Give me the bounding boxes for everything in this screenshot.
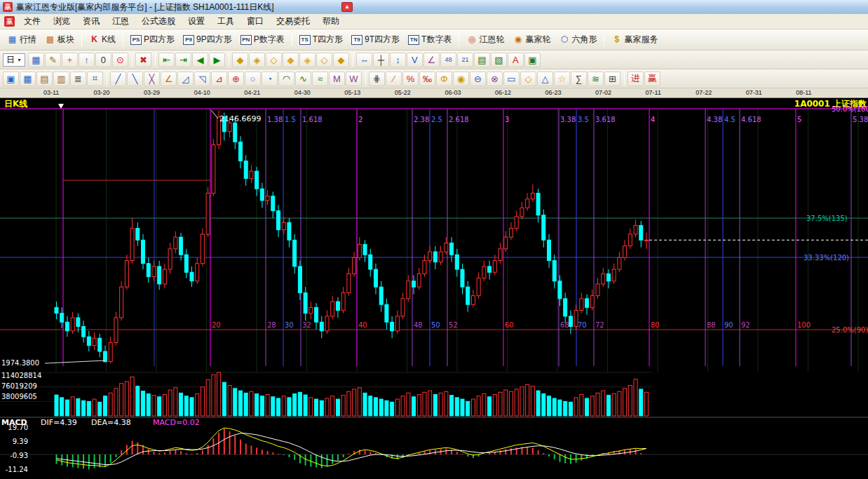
up-arrow-button[interactable]: ↑ [79,53,95,67]
triple-wave-button[interactable]: ≋ [588,72,604,86]
trendline-up-button[interactable]: ╱ [110,72,126,86]
hash-grid-button[interactable]: ⌗ [87,72,103,86]
number-21-button[interactable]: 21 [457,53,473,67]
zero-base-button[interactable]: 0 [95,53,111,67]
m-wave-button[interactable]: M [329,72,345,86]
next-bar-button[interactable]: ▶ [209,53,225,67]
golden-phi-button[interactable]: Φ [436,72,452,86]
toolbar-9p-square-button[interactable]: P99P四方形 [179,32,236,48]
value-line-button[interactable]: V [407,53,423,67]
circle-cross-button[interactable]: ⊕ [228,72,244,86]
gann-square-button[interactable]: ◇ [266,53,282,67]
column-lines-button[interactable]: ▥ [53,72,69,86]
delta-tool-button[interactable]: ⊿ [211,72,227,86]
gann-grid-button[interactable]: ◈ [249,53,265,67]
delete-drawing-button[interactable]: ✖ [135,53,151,67]
pattern-view-button[interactable]: ▧ [491,53,507,67]
toolbar-gann-wheel-button[interactable]: ◎江恩轮 [462,32,508,48]
toolbar-separator [107,72,107,85]
menu-item-帮助[interactable]: 帮助 [316,13,346,29]
fib-lines-button[interactable]: ⋕ [369,72,385,86]
update-alert-icon[interactable]: ▲ [341,2,353,12]
text-label-button[interactable]: A [508,53,524,67]
p-square-label: P四方形 [144,34,175,46]
cross-lines-button[interactable]: ╳ [144,72,160,86]
fit-width-button[interactable]: ⇔ [356,53,372,67]
menu-item-文件[interactable]: 文件 [18,13,47,29]
last-bar-button[interactable]: ⇥ [175,53,191,67]
target-point-button[interactable]: ⊙ [112,53,128,67]
toolbar-t-number-table-button[interactable]: TNT数字表 [404,32,456,48]
stats-button[interactable]: ∑ [571,72,587,86]
first-bar-button[interactable]: ⇤ [158,53,175,67]
toolbar-quotes-button[interactable]: ▦行情 [3,32,41,48]
info-panel-button[interactable]: ▤ [474,53,490,67]
arc-up-button[interactable]: ◠ [278,72,294,86]
menu-item-公式选股[interactable]: 公式选股 [135,13,182,29]
trendline-down-button[interactable]: ╲ [127,72,143,86]
right-triangle-button[interactable]: ◿ [177,72,194,86]
menu-item-江恩[interactable]: 江恩 [106,13,135,29]
gann-wheel-small-button[interactable]: ◈ [299,53,316,67]
upper-triangle-icon: ◹ [199,74,206,84]
gann-time-button[interactable]: ◆ [333,53,349,67]
upper-triangle-button[interactable]: ◹ [194,72,210,86]
toolbar-sectors-button[interactable]: ▩板块 [41,32,79,48]
toolbar-winner-service-button[interactable]: $赢家服务 [607,32,662,48]
double-wave-button[interactable]: ≈ [312,72,328,86]
toolbar-kline-button[interactable]: KK线 [85,32,120,48]
box-tool-button[interactable]: ▭ [503,72,520,86]
entry-signal-button[interactable]: 进 [628,72,644,86]
toolbar-9t-square-button[interactable]: T99T四方形 [347,32,404,48]
split-range-button[interactable]: ⊖ [470,72,486,86]
price-levels-button[interactable]: ≣ [70,72,86,86]
menu-item-交易委托[interactable]: 交易委托 [270,13,316,29]
circle-tool-button[interactable]: ○ [245,72,261,86]
triangle-tool-button[interactable]: △ [537,72,553,86]
add-tool-button[interactable]: + [62,53,78,67]
svg-text:50: 50 [431,321,440,329]
drawing-toolbar-1: 日▼▦✎+↑0⊙✖⇤⇥◀▶◆◈◇◆◈◇◆⇔┼↕V∠4821▤▧A▣ [0,50,868,69]
diamond-tool-button[interactable]: ◇ [520,72,536,86]
row-lines-button[interactable]: ▤ [36,72,53,86]
toolbar-p-square-button[interactable]: PSP四方形 [126,32,179,48]
winner-signal-button[interactable]: 赢 [644,72,660,86]
window-layout-button[interactable]: ▣ [3,72,19,86]
permille-button[interactable]: ‰ [419,72,435,86]
speed-line-button[interactable]: ∕ [386,72,402,86]
golden-circle-button[interactable]: ◉ [453,72,469,86]
toolbar-p-number-table-button[interactable]: PNP数字表 [236,32,289,48]
plus-box-button[interactable]: ⊞ [604,72,621,86]
toolbar-winner-wheel-button[interactable]: ◉赢家轮 [508,32,555,48]
quote-grid-button[interactable]: ▦ [28,53,44,67]
cycle-wave-button[interactable]: ∿ [295,72,311,86]
times-circle-button[interactable]: ⊗ [487,72,503,86]
prev-bar-button[interactable]: ◀ [192,53,208,67]
menu-item-设置[interactable]: 设置 [182,13,211,29]
number-48-button[interactable]: 48 [440,53,456,67]
angle-tool-button[interactable]: ∠ [423,53,440,67]
menu-item-工具[interactable]: 工具 [211,13,240,29]
period-day-selector[interactable]: 日▼ [3,53,25,67]
menu-item-浏览[interactable]: 浏览 [47,13,76,29]
gann-angles-button[interactable]: ◆ [283,53,299,67]
crosshair-button[interactable]: ┼ [373,53,389,67]
gann-circle-small-button[interactable]: ◇ [316,53,332,67]
save-view-button[interactable]: ▣ [524,53,541,67]
grid-9-button[interactable]: ▦ [20,72,36,86]
arc-quarter-button[interactable]: ◔ [262,72,278,86]
menu-item-资讯[interactable]: 资讯 [76,13,106,29]
pencil-tool-button[interactable]: ✎ [45,53,61,67]
gann-angle-line-button[interactable]: ∠ [161,72,177,86]
menu-item-窗口[interactable]: 窗口 [240,13,270,29]
chart-area[interactable]: 日K线1A0001 上证指数50.0%(180)37.5%(135)33.33%… [0,98,868,479]
toolbar-hexagon-button[interactable]: ⬡六角形 [555,32,601,48]
w-wave-button[interactable]: W [346,72,362,86]
toolbar-t-square-button[interactable]: TST四方形 [295,32,347,48]
gann-fan-button[interactable]: ◆ [232,53,248,67]
star-tool-button[interactable]: ☆ [554,72,570,86]
v-scale-button[interactable]: ↕ [390,53,406,67]
chart-canvas[interactable]: 日K线1A0001 上证指数50.0%(180)37.5%(135)33.33%… [0,98,868,479]
percent-retrace-button[interactable]: % [402,72,419,86]
diamond-tool-icon: ◇ [525,74,532,84]
